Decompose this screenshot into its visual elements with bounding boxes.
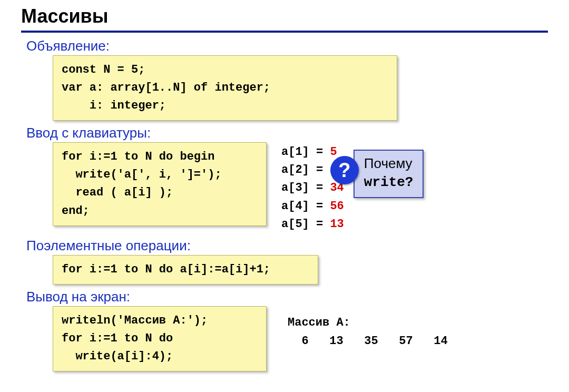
array-index: a[2] = [281,163,330,177]
array-item: a[5] = 13 [281,215,344,233]
array-item: a[4] = 56 [281,198,344,215]
array-value-list: a[1] = 5 a[2] = 12 a[3] = 34 a[4] = 56 a… [281,143,344,233]
array-index: a[3] = [281,181,330,194]
code-ops: for i:=1 to N do a[i]:=a[i]+1; [53,255,318,285]
title-divider [21,31,548,33]
code-declaration: const N = 5; var a: array[1..N] of integ… [53,55,397,121]
question-icon: ? [330,156,359,184]
section-ops-label: Поэлементные операции: [26,238,548,254]
array-index: a[1] = [281,145,330,159]
array-index: a[4] = [281,200,330,213]
output-sample: Массив A: 6 13 35 57 14 [288,313,448,350]
code-input: for i:=1 to N do begin write('a[', i, ']… [53,142,267,226]
array-item: a[3] = 34 [281,179,344,197]
callout-line1: Почему [364,155,413,171]
page-title: Массивы [21,5,548,27]
section-input-label: Ввод с клавиатуры: [26,125,548,141]
input-row: for i:=1 to N do begin write('a[', i, ']… [21,142,548,233]
array-value: 13 [330,218,344,231]
callout-box: ? Почему write? [354,150,424,198]
section-output-label: Вывод на экран: [26,289,548,305]
code-output: writeln('Массив A:'); for i:=1 to N do w… [53,306,267,371]
array-item: a[1] = 5 [281,143,344,161]
slide: Массивы Объявление: const N = 5; var a: … [0,0,569,382]
callout-text: Почему write? [364,155,414,192]
callout-line2: write? [364,174,414,190]
array-value: 5 [330,145,337,159]
array-value: 56 [330,200,344,213]
output-row: writeln('Массив A:'); for i:=1 to N do w… [21,306,548,371]
array-index: a[5] = [281,218,330,231]
section-declaration-label: Объявление: [26,38,548,54]
output-values: 6 13 35 57 14 [288,332,448,350]
output-title: Массив A: [288,313,448,332]
